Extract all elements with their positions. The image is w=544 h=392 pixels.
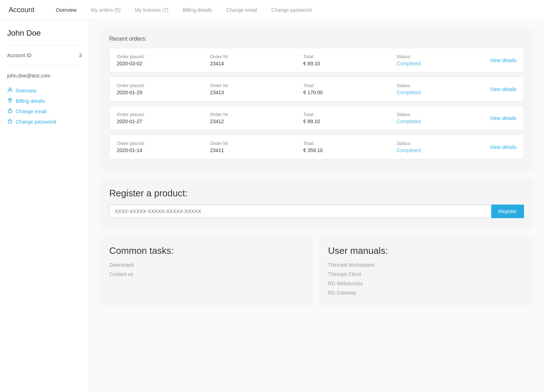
- order-status-3: Status: Completed: [397, 112, 454, 124]
- order-status-2: Status: Completed: [397, 83, 454, 95]
- user-manual-rd-gateway[interactable]: RD Gateway: [328, 290, 524, 296]
- sidebar-email: john.doe@test.com: [7, 70, 82, 81]
- svg-point-1: [10, 99, 11, 100]
- order-row: Order placed: 2020-01-14 Order Nr. 23411…: [109, 135, 524, 159]
- sidebar-item-change-password-label: Change password: [16, 119, 56, 125]
- order-placed-2: Order placed: 2020-01-29: [117, 83, 174, 95]
- nav-links: Overview My orders (5) My licenses (7) B…: [56, 7, 312, 13]
- order-row: Order placed: 2020-01-27 Order Nr. 23412…: [109, 106, 524, 130]
- location-icon: [7, 97, 13, 104]
- top-navigation: Account Overview My orders (5) My licens…: [0, 0, 544, 20]
- bottom-columns: Common tasks: Downloads Contact us User …: [101, 237, 533, 306]
- order-view-details-3[interactable]: View details: [490, 115, 517, 121]
- lock-icon-email: [7, 108, 13, 115]
- order-total-3: Total: € 89.10: [303, 112, 361, 124]
- order-total-1: Total: € 89.10: [303, 54, 361, 66]
- order-nr-4: Order Nr. 23411: [210, 141, 267, 153]
- nav-overview[interactable]: Overview: [56, 7, 76, 13]
- sidebar-nav: Overview Billing details: [7, 87, 82, 125]
- order-placed-3: Order placed: 2020-01-27: [117, 112, 174, 124]
- sidebar-account-id-row: Account ID 3: [7, 50, 82, 61]
- order-view-details-4[interactable]: View details: [490, 144, 517, 150]
- order-status-1: Status: Completed: [397, 54, 454, 66]
- sidebar-item-billing[interactable]: Billing details: [7, 97, 82, 104]
- user-manuals-links: Thincast Workstation Thincast Client RD …: [328, 262, 524, 296]
- sidebar-item-overview[interactable]: Overview: [7, 87, 82, 94]
- sidebar-divider: [7, 45, 82, 45]
- nav-my-licenses[interactable]: My licenses (7): [135, 7, 168, 13]
- user-manuals-section: User manuals: Thincast Workstation Thinc…: [319, 237, 533, 306]
- product-key-input[interactable]: [109, 205, 491, 218]
- page-layout: John Doe Account ID 3 john.doe@test.com …: [0, 20, 544, 392]
- recent-orders-section: Recent orders: Order placed: 2020-03-02 …: [101, 29, 533, 171]
- order-status-4: Status: Completed: [397, 141, 454, 153]
- brand-title: Account: [9, 6, 34, 14]
- order-row: Order placed: 2020-01-29 Order Nr. 23413…: [109, 77, 524, 101]
- user-manual-thincast-client[interactable]: Thincast Client: [328, 271, 524, 277]
- user-icon: [7, 87, 13, 94]
- user-manual-thincast-workstation[interactable]: Thincast Workstation: [328, 262, 524, 268]
- sidebar-item-change-email-label: Change email: [16, 109, 46, 114]
- common-tasks-contact-us[interactable]: Contact us: [109, 271, 305, 277]
- register-product-title: Register a product:: [109, 188, 524, 199]
- order-total-2: Total: € 170.00: [303, 83, 361, 95]
- order-placed-1: Order placed: 2020-03-02: [117, 54, 174, 66]
- common-tasks-title: Common tasks:: [109, 245, 305, 256]
- svg-point-0: [9, 88, 11, 90]
- register-input-row: Register: [109, 205, 524, 218]
- order-nr-3: Order Nr. 23412: [210, 112, 267, 124]
- nav-change-email[interactable]: Change email: [226, 7, 257, 13]
- user-manuals-title: User manuals:: [328, 245, 524, 256]
- nav-billing-details[interactable]: Billing details: [183, 7, 212, 13]
- order-view-details-2[interactable]: View details: [490, 86, 517, 92]
- sidebar-divider-2: [7, 65, 82, 66]
- order-total-4: Total: € 359.10: [303, 141, 361, 153]
- account-id-label: Account ID: [7, 52, 31, 58]
- sidebar-item-overview-label: Overview: [16, 88, 36, 94]
- account-id-value: 3: [79, 52, 82, 58]
- order-placed-4: Order placed: 2020-01-14: [117, 141, 174, 153]
- sidebar-item-change-password[interactable]: Change password: [7, 118, 82, 125]
- nav-my-orders[interactable]: My orders (5): [91, 7, 121, 13]
- common-tasks-downloads[interactable]: Downloads: [109, 262, 305, 268]
- svg-rect-3: [9, 121, 12, 123]
- nav-change-password[interactable]: Change password: [271, 7, 312, 13]
- sidebar-item-billing-label: Billing details: [16, 98, 45, 104]
- register-product-section: Register a product: Register: [101, 179, 533, 228]
- order-row: Order placed: 2020-03-02 Order Nr. 23414…: [109, 48, 524, 72]
- recent-orders-title: Recent orders:: [109, 36, 524, 42]
- common-tasks-section: Common tasks: Downloads Contact us: [101, 237, 314, 306]
- order-nr-2: Order Nr. 23413: [210, 83, 267, 95]
- sidebar: John Doe Account ID 3 john.doe@test.com …: [0, 20, 89, 392]
- sidebar-item-change-email[interactable]: Change email: [7, 108, 82, 115]
- user-manual-rd-webaccess[interactable]: RD WebAccess: [328, 281, 524, 286]
- common-tasks-links: Downloads Contact us: [109, 262, 305, 277]
- register-button[interactable]: Register: [491, 205, 524, 218]
- lock-icon-password: [7, 118, 13, 125]
- svg-rect-2: [9, 110, 12, 113]
- main-content: Recent orders: Order placed: 2020-03-02 …: [89, 20, 544, 392]
- order-view-details-1[interactable]: View details: [490, 57, 517, 63]
- order-nr-1: Order Nr. 23414: [210, 54, 267, 66]
- sidebar-username: John Doe: [7, 29, 82, 38]
